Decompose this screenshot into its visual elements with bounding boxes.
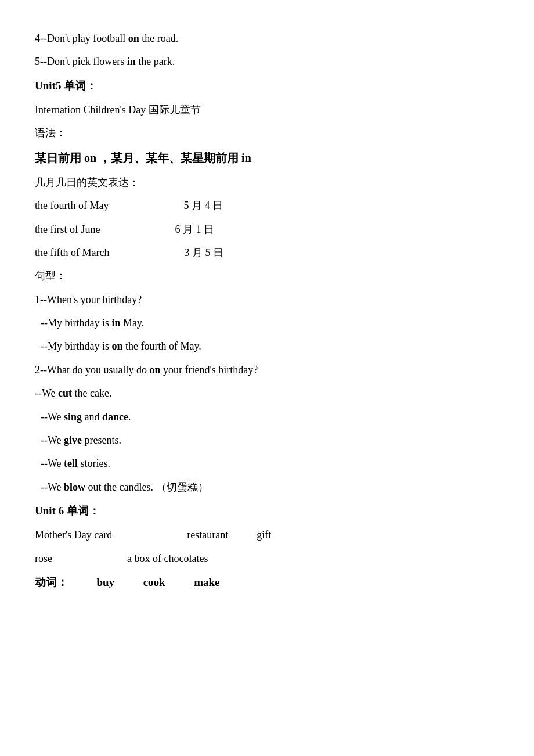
s1-a1-bold: in: [111, 317, 120, 329]
unit6-vocab1-spacer: [115, 525, 185, 544]
s2-a3-bold: give: [64, 434, 82, 446]
date3-cn: 3 月 5 日: [184, 247, 223, 258]
date2-space: [103, 220, 172, 239]
s2-a2-pre: --We: [41, 411, 64, 423]
unit6-vocab1-pre: Mother's Day card: [35, 529, 112, 541]
sentence-label: 句型：: [35, 267, 499, 285]
line-football-bold: on: [128, 33, 139, 44]
s2-answer2: --We sing and dance.: [35, 408, 499, 426]
grammar-label: 语法：: [35, 124, 499, 142]
s2-q-bold: on: [149, 364, 160, 376]
unit6-verb-cook: cook: [143, 576, 165, 588]
s2-a3-pre: --We: [41, 434, 64, 446]
s2-a2-post: .: [128, 411, 131, 423]
line-flowers: 5--Don't pick flowers in the park.: [35, 52, 499, 71]
s1-a1-pre: --My birthday is: [41, 317, 111, 329]
s1-answer2: --My birthday is on the fourth of May.: [35, 337, 499, 355]
date3-en: the fifth of March: [35, 247, 109, 258]
line-flowers-rest: the park.: [136, 56, 175, 67]
line-flowers-bold: in: [127, 56, 136, 67]
unit6-vocab1-post: gift: [257, 529, 271, 541]
unit6-vocab2: rose a box of chocolates: [35, 549, 499, 568]
s1-a2-bold: on: [111, 340, 122, 352]
s2-a1-post: the cake.: [72, 387, 111, 399]
line-football: 4--Don't play football on the road.: [35, 29, 499, 48]
s2-a1-pre: --We: [35, 387, 58, 399]
unit6-verb-spacer: [71, 573, 94, 592]
unit6-vocab1-spacer2: [231, 525, 254, 544]
s2-a1-bold: cut: [58, 387, 72, 399]
s2-a2-mid: and: [82, 411, 102, 423]
date3-space: [112, 243, 182, 262]
s1-answer1: --My birthday is in May.: [35, 314, 499, 332]
s2-a2-bold: sing: [64, 411, 82, 423]
s1-question: 1--When's your birthday?: [35, 290, 499, 309]
s1-a2-post: the fourth of May.: [123, 340, 201, 352]
s2-a2-bold2: dance: [102, 411, 128, 423]
s2-answer4: --We tell stories.: [35, 454, 499, 473]
unit5-title: Unit5 单词：: [35, 76, 499, 96]
date3: the fifth of March 3 月 5 日: [35, 243, 499, 262]
s2-a4-post: stories.: [78, 458, 110, 469]
s2-answer3: --We give presents.: [35, 431, 499, 449]
unit6-verb-line: 动词： buy cook make: [35, 573, 499, 592]
date1-en: the fourth of May: [35, 200, 109, 211]
date2: the first of June 6 月 1 日: [35, 220, 499, 239]
unit6-vocab2-spacer: [55, 549, 125, 568]
page-content: 4--Don't play football on the road. 5--D…: [35, 29, 499, 592]
date1: the fourth of May 5 月 4 日: [35, 196, 499, 215]
s2-a5-bold: blow: [64, 481, 85, 493]
unit5-vocab: Internation Children's Day 国际儿童节: [35, 100, 499, 119]
line-football-rest: the road.: [139, 33, 178, 44]
unit6-title: Unit 6 单词：: [35, 501, 499, 521]
s2-q-pre: 2--What do you usually do: [35, 364, 149, 376]
s2-a3-post: presents.: [82, 434, 121, 446]
unit6-vocab1-mid: restaurant: [187, 529, 228, 541]
unit6-verb-spacer2: [117, 573, 140, 592]
grammar-rule: 某日前用 on ，某月、某年、某星期前用 in: [35, 147, 499, 168]
line-flowers-text: 5--Don't pick flowers: [35, 56, 127, 67]
date1-space: [111, 196, 181, 215]
unit6-vocab1: Mother's Day card restaurant gift: [35, 525, 499, 544]
s2-question: 2--What do you usually do on your friend…: [35, 361, 499, 379]
date-expr-label: 几月几日的英文表达：: [35, 173, 499, 192]
unit6-verb-buy: buy: [97, 576, 115, 588]
date2-en: the first of June: [35, 224, 100, 235]
s1-a2-pre: --My birthday is: [41, 340, 111, 352]
unit6-verb-spacer3: [168, 573, 191, 592]
s2-answer1: --We cut the cake.: [35, 384, 499, 402]
s2-a4-bold: tell: [64, 458, 78, 469]
s2-a5-pre: --We: [41, 481, 64, 493]
s2-q-post: your friend's birthday?: [160, 364, 258, 376]
unit6-verb-label: 动词：: [35, 576, 68, 588]
unit6-vocab2-pre: rose: [35, 553, 52, 564]
line-football-text: 4--Don't play football: [35, 33, 128, 44]
s2-a5-mid: out the candles.: [85, 481, 156, 493]
unit6-verb-make: make: [194, 576, 219, 588]
s2-answer5: --We blow out the candles. （切蛋糕）: [35, 478, 499, 496]
s2-a5-cn: （切蛋糕）: [156, 481, 208, 493]
unit6-vocab2-mid: a box of chocolates: [127, 553, 208, 564]
date2-cn: 6 月 1 日: [175, 224, 214, 235]
date1-cn: 5 月 4 日: [183, 200, 223, 211]
s2-a4-pre: --We: [41, 458, 64, 469]
s1-a1-post: May.: [121, 317, 145, 329]
